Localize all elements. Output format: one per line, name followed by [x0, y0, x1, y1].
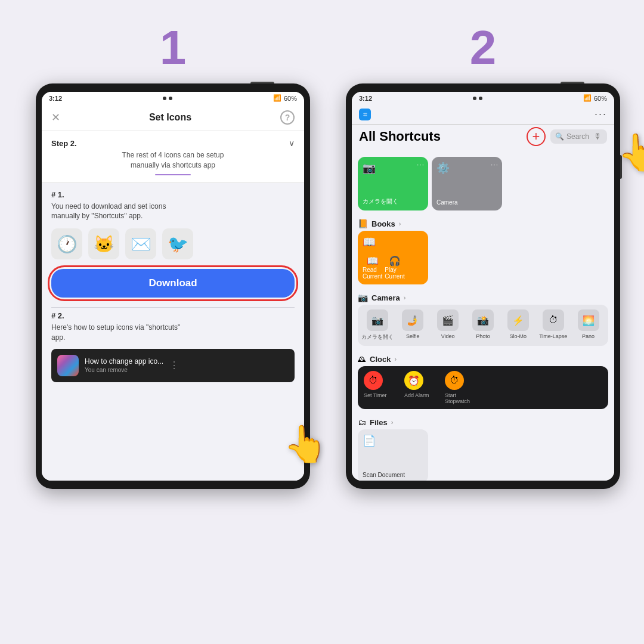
camera-icon: ⚙️	[436, 162, 497, 175]
card-menu-dots-2[interactable]: ···	[491, 160, 499, 169]
set-icons-header: ✕ Set Icons ?	[42, 104, 304, 131]
books-name: Books	[371, 219, 395, 228]
shortcuts-app-icon: ⌗	[359, 109, 371, 120]
camera-item-photo[interactable]: 📸 Photo	[467, 309, 500, 341]
camera-item-video[interactable]: 🎬 Video	[432, 309, 465, 341]
camera-category: 📷 Camera ›	[358, 289, 608, 305]
scan-doc-card[interactable]: 📄 Scan Document	[358, 429, 428, 481]
notch-dot-1	[163, 97, 166, 100]
camera-open-card[interactable]: ··· 📷 カメラを開く	[358, 157, 428, 210]
camera-chevron[interactable]: ›	[404, 294, 406, 301]
camera-item-selfie[interactable]: 🤳 Selfie	[397, 309, 429, 341]
files-grid: 📄 Scan Document	[358, 429, 608, 481]
camera-item-timelapse[interactable]: ⏱ Time-Lapse	[537, 309, 569, 341]
ipad-top-button-2	[561, 82, 584, 83]
camera-open-icon-2: 📷	[367, 309, 388, 331]
search-bar[interactable]: 🔍 Search 🎙	[550, 129, 607, 144]
books-icon: 📙	[358, 219, 368, 228]
scan-label: Scan Document	[363, 472, 423, 478]
search-placeholder: Search	[566, 132, 589, 141]
video-title: How to change app ico...	[85, 357, 163, 366]
camera-card[interactable]: ··· ⚙️ Camera	[432, 157, 502, 210]
download-button[interactable]: Download	[51, 269, 295, 298]
video-info: How to change app ico... You can remove	[85, 357, 163, 373]
time-1: 3:12	[49, 95, 62, 102]
help-button[interactable]: ?	[280, 110, 295, 125]
video-label: Video	[441, 333, 455, 339]
notch-dot-4	[479, 97, 482, 100]
alarm-label: Add Alarm	[404, 392, 440, 398]
step2-title: Step 2.	[51, 139, 77, 148]
close-button[interactable]: ✕	[51, 111, 60, 124]
books-grid: 📖 📖 ReadCurrent 🎧 PlayCurre	[358, 231, 608, 284]
search-icon: 🔍	[555, 132, 564, 141]
preview-icon-clock: 🕐	[51, 228, 82, 259]
read-card[interactable]: 📖 📖 ReadCurrent 🎧 PlayCurre	[358, 231, 428, 284]
instruction2-num: # 2.	[51, 311, 295, 320]
clock-stopwatch[interactable]: ⏱ Start Stopwatch	[445, 371, 481, 404]
camera-open-icon: 📷	[363, 162, 423, 175]
card-menu-dots[interactable]: ···	[417, 160, 425, 169]
video-icon: 🎬	[437, 309, 459, 331]
battery-1: 60%	[284, 95, 297, 102]
photo-label: Photo	[476, 333, 490, 339]
step2-header: Step 2. ∨	[51, 138, 295, 148]
camera-cat-icon: 📷	[358, 293, 368, 302]
clock-shortcuts-row: ⏱ Set Timer ⏰ Add Alarm ⏱ Start Stopwatc…	[358, 366, 608, 409]
mic-icon[interactable]: 🎙	[594, 132, 602, 141]
screen2-content: ⌗ ··· All Shortcuts + 🔍 Search 🎙	[352, 104, 614, 481]
timer-label: Set Timer	[364, 392, 400, 398]
timer-icon: ⏱	[364, 371, 383, 390]
notch-dots-1	[163, 97, 172, 100]
selfie-label: Selfie	[406, 333, 420, 339]
camera-label: Camera	[436, 199, 497, 206]
step-2-number: 2	[470, 24, 497, 72]
ipad-top-button	[250, 82, 274, 83]
ipad-side-button-2	[620, 155, 622, 179]
ipad-screen-1: 3:12 📶 60% ✕	[42, 92, 304, 481]
step2-section: Step 2. ∨ The rest of 4 icons can be set…	[42, 131, 304, 183]
shortcuts-menu-dots[interactable]: ···	[595, 108, 607, 120]
camera-open-label: カメラを開く	[363, 197, 423, 206]
books-category: 📙 Books ›	[358, 215, 608, 231]
notch-dots-2	[473, 97, 482, 100]
read-icon: 📖	[363, 236, 423, 249]
slomo-icon: ⚡	[507, 309, 529, 331]
header-title: Set Icons	[149, 112, 191, 123]
chevron-down-icon[interactable]: ∨	[289, 138, 295, 148]
pano-label: Pano	[582, 333, 595, 339]
scan-icon: 📄	[363, 434, 423, 447]
timelapse-label: Time-Lapse	[539, 333, 567, 339]
files-cat-icon: 🗂	[358, 417, 366, 427]
preview-icon-mail: ✉️	[125, 228, 156, 259]
status-right-2: 📶 60%	[583, 94, 607, 102]
icons-preview-row: 🕐 🐱 ✉️ 🐦	[51, 228, 295, 259]
notch-dot-3	[473, 97, 476, 100]
photo-icon: 📸	[472, 309, 494, 331]
timelapse-icon: ⏱	[543, 309, 564, 331]
notch-dot-2	[169, 97, 172, 100]
stopwatch-label: Start Stopwatch	[445, 392, 481, 404]
step-1-number: 1	[160, 24, 187, 72]
clock-chevron[interactable]: ›	[394, 355, 397, 363]
alarm-icon: ⏰	[404, 371, 423, 390]
clock-alarm[interactable]: ⏰ Add Alarm	[404, 371, 440, 404]
camera-item-pano[interactable]: 🌅 Pano	[572, 309, 605, 341]
files-chevron[interactable]: ›	[391, 419, 394, 426]
add-shortcut-button[interactable]: +	[527, 127, 546, 146]
video-menu-icon[interactable]: ⋮	[169, 360, 179, 371]
step2-desc: The rest of 4 icons can be setupmanually…	[51, 150, 295, 171]
status-bar-2: 3:12 📶 60%	[352, 92, 614, 104]
books-chevron[interactable]: ›	[399, 220, 401, 227]
time-2: 3:12	[359, 95, 372, 102]
download-btn-wrapper: Download	[51, 269, 295, 298]
camera-top-header	[358, 151, 608, 157]
video-thumbnail[interactable]: How to change app ico... You can remove …	[51, 349, 295, 382]
camera-item-slomo[interactable]: ⚡ Slo-Mo	[501, 309, 534, 341]
camera-item-open[interactable]: 📷 カメラを開く	[361, 309, 394, 341]
ipad-frame-2: 3:12 📶 60% ⌗	[346, 83, 620, 489]
status-right-1: 📶 60%	[273, 94, 297, 102]
clock-timer[interactable]: ⏱ Set Timer	[364, 371, 400, 404]
ipad-frame-1: 3:12 📶 60% ✕	[36, 83, 310, 489]
shortcuts-scroll[interactable]: ··· 📷 カメラを開く ··· ⚙️ Camera	[352, 151, 614, 481]
